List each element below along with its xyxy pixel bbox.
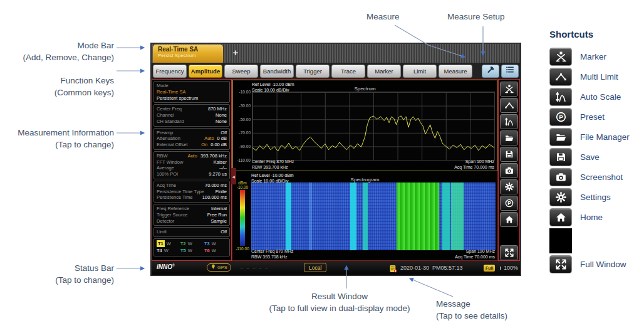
file-manager-button[interactable]: [549, 128, 572, 146]
shortcut-row-auto-scale: Auto Scale: [549, 88, 630, 106]
shortcuts-spacer: [549, 228, 572, 253]
mode-tab-realtime-sa[interactable]: Real-Time SA Persist Spectrum: [153, 45, 223, 63]
info-section[interactable]: PreampOffAttenuationAuto0 dBExternal Off…: [153, 128, 230, 150]
multi-limit-button[interactable]: [549, 68, 572, 86]
save-button[interactable]: [500, 147, 518, 162]
function-key-sweep[interactable]: Sweep: [224, 65, 258, 78]
auto-scale-button[interactable]: [549, 88, 572, 106]
mode-tab-title: Real-Time SA: [158, 46, 218, 53]
function-key-trace[interactable]: Trace: [331, 65, 365, 78]
gps-badge[interactable]: GPS: [207, 263, 231, 272]
spectrogram-colorbar: dBm -10.00 -110.00: [234, 181, 251, 251]
info-section[interactable]: RBWAuto393.708 kHzFFT WindowKaiserAverag…: [153, 151, 230, 179]
spectrum-window[interactable]: Ref Level -10.00 dBm Scale 10.00 dB/Div …: [232, 80, 497, 171]
trace-t6[interactable]: T6W: [204, 247, 227, 254]
local-button[interactable]: Local: [304, 263, 326, 272]
trace-t3[interactable]: T3W: [204, 240, 227, 247]
gps-pin-icon: [210, 264, 216, 271]
info-section[interactable]: Freq ReferenceInternalTrigger SourceFree…: [153, 204, 230, 226]
trace-t1[interactable]: T1W: [157, 240, 179, 247]
trace-t2[interactable]: T2W: [180, 240, 203, 247]
full-window-icon: [505, 248, 514, 257]
info-section[interactable]: Center Freq870 MHzChannelNoneCH Standard…: [153, 104, 230, 126]
function-key-bandwidth[interactable]: Bandwidth: [260, 65, 294, 78]
multi-limit-icon: [505, 101, 514, 110]
full-window-button[interactable]: [549, 255, 572, 273]
shortcut-row-file-manager: File Manager: [549, 128, 630, 146]
home-button[interactable]: [500, 212, 518, 227]
shortcuts-list: MarkerMulti LimitAuto ScalePPresetFile M…: [549, 48, 630, 275]
shortcut-label-marker: Marker: [580, 52, 606, 61]
screenshot-button[interactable]: [500, 163, 518, 178]
shortcut-row-multi-limit: Multi Limit: [549, 68, 630, 86]
screenshot-button[interactable]: [549, 168, 572, 186]
marker-button[interactable]: [500, 82, 518, 97]
menu-button[interactable]: [501, 65, 519, 78]
datetime: 2020-01-30 PM05:57:13: [400, 265, 463, 271]
function-key-frequency[interactable]: Frequency: [153, 65, 187, 78]
home-button[interactable]: [549, 208, 572, 226]
file-manager-icon: [505, 134, 514, 142]
spectrum-y-axis: -10.00-30.00-50.00-70.00-90.00-110.00: [234, 90, 251, 162]
annotation-result-window: Result Window (Tap to full view in dual-…: [233, 291, 446, 315]
shortcut-row-home: Home: [549, 208, 630, 226]
settings-button[interactable]: [549, 188, 572, 206]
auto-scale-button[interactable]: [500, 114, 518, 129]
page: Mode Bar (Add, Remove, Change) Function …: [0, 0, 644, 328]
annotation-status-bar: Status Bar (Tap to change): [0, 263, 114, 287]
mode-bar: Real-Time SA Persist Spectrum +: [152, 44, 520, 63]
trace-t5[interactable]: T5W: [180, 247, 203, 254]
marker-button[interactable]: [549, 48, 572, 66]
info-section[interactable]: ModeReal-Time SAPersistent spectrum: [153, 81, 230, 103]
trace-legend[interactable]: T1WT2WT3WT4WT5WT6W: [153, 238, 230, 257]
annotation-measure-setup: Measure Setup: [447, 11, 505, 23]
annotation-message: Message (Tap to see details): [436, 299, 507, 322]
trace-t4[interactable]: T4W: [157, 247, 179, 254]
shortcut-row-marker: Marker: [549, 48, 630, 66]
shortcut-label-home: Home: [580, 213, 603, 222]
info-section[interactable]: Acq Time70.000 msPersistence Time TypeFi…: [153, 181, 230, 203]
spectrum-footer-right: Span 100 MHz Acq Time 70.000 ms: [454, 159, 494, 170]
save-button[interactable]: [549, 148, 572, 166]
message-icon[interactable]: [389, 264, 397, 272]
spectrogram-footer-right: Span 100 MHz Acq Time 70.000 ms: [455, 248, 495, 260]
svg-text:P: P: [559, 114, 563, 120]
panel-collapse-handle[interactable]: ◀: [231, 168, 236, 184]
measure-setup-button[interactable]: [482, 65, 499, 78]
add-mode-tab-button[interactable]: +: [229, 46, 242, 59]
spectrogram-plot: [251, 183, 496, 250]
shortcut-label-settings: Settings: [580, 193, 611, 202]
measurement-info-panel[interactable]: ModeReal-Time SAPersistent spectrumCente…: [152, 79, 232, 261]
function-key-marker[interactable]: Marker: [367, 65, 401, 78]
preset-button[interactable]: P: [549, 108, 572, 126]
multi-limit-button[interactable]: [500, 98, 518, 113]
menu-icon: [506, 65, 514, 77]
status-bar[interactable]: iNNO® GPS – – – – – Local 2020-01-30 PM0…: [152, 261, 520, 275]
info-section[interactable]: LimitOff: [153, 227, 230, 237]
function-key-trigger[interactable]: Trigger: [296, 65, 330, 78]
shortcut-label-multi-limit: Multi Limit: [580, 72, 618, 82]
function-key-amplitude[interactable]: Amplitude: [189, 65, 222, 78]
battery-badge: Full: [484, 265, 495, 272]
spectrogram-band: [397, 183, 439, 250]
function-key-measure[interactable]: Measure: [439, 65, 472, 78]
shortcut-row-screenshot: Screenshot: [549, 168, 630, 186]
settings-icon: [505, 183, 514, 191]
result-window[interactable]: Ref Level -10.00 dBm Scale 10.00 dB/Div …: [232, 79, 498, 261]
shortcut-label-preset: Preset: [580, 112, 605, 122]
annotation-measure: Measure: [366, 11, 400, 23]
spectrogram-window[interactable]: Ref Level -10.00 dBm Scale 10.00 dB/Div …: [232, 171, 497, 260]
gps-placeholder: – – – – –: [241, 266, 269, 270]
shortcut-row-full-window: Full Window: [549, 255, 630, 273]
file-manager-button[interactable]: [500, 130, 518, 145]
shortcut-label-screenshot: Screenshot: [580, 172, 623, 182]
settings-button[interactable]: [500, 179, 518, 194]
function-key-limit[interactable]: Limit: [403, 65, 437, 78]
wrench-icon: [486, 65, 495, 77]
mode-tab-subtitle: Persist Spectrum: [158, 53, 218, 58]
brand-logo: iNNO®: [157, 263, 175, 270]
full-window-button[interactable]: [500, 245, 518, 260]
shortcut-row-settings: Settings: [549, 188, 630, 206]
spectrogram-band: [286, 183, 291, 250]
preset-button[interactable]: P: [500, 196, 518, 211]
